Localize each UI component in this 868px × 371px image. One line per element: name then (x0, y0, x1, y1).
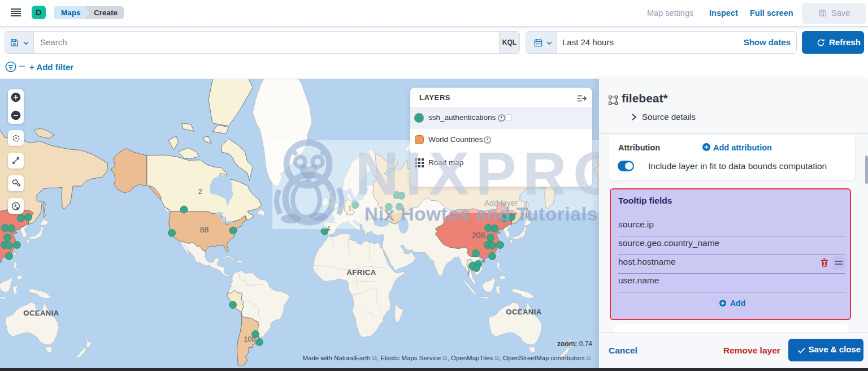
svg-text:108: 108 (244, 335, 256, 343)
svg-text:OCEANIA: OCEANIA (23, 309, 59, 317)
svg-text:1: 1 (348, 205, 351, 212)
svg-text:88: 88 (200, 225, 209, 234)
svg-text:Made with NaturalEarth ⧉, Elas: Made with NaturalEarth ⧉, Elastic Maps S… (302, 355, 591, 361)
svg-text:zoom: 0.74: zoom: 0.74 (557, 340, 592, 348)
svg-text:4: 4 (327, 225, 330, 232)
svg-text:208: 208 (472, 231, 485, 240)
svg-text:AFRICA: AFRICA (346, 268, 376, 277)
svg-text:OCEANIA: OCEANIA (506, 308, 542, 316)
svg-text:2: 2 (198, 187, 202, 196)
